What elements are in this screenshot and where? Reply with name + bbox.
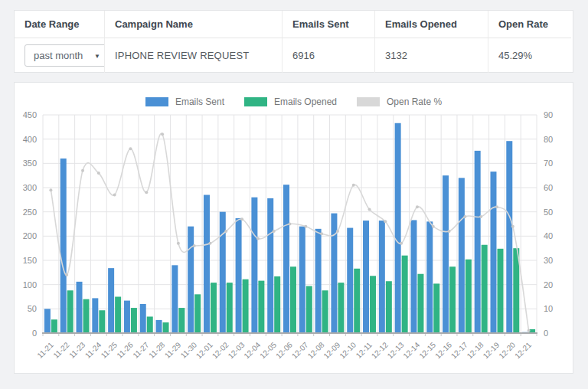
svg-text:12-09: 12-09 [322,340,341,360]
legend-label-emails-sent: Emails Sent [175,96,224,107]
svg-text:12-07: 12-07 [290,340,310,360]
emails-sent-value: 6916 [283,38,375,73]
svg-text:0: 0 [544,329,548,338]
svg-text:40: 40 [544,231,553,240]
svg-text:60: 60 [544,183,553,192]
svg-text:12-02: 12-02 [211,340,230,360]
legend-label-emails-opened: Emails Opened [274,96,337,107]
svg-text:12-13: 12-13 [386,340,406,360]
svg-text:200: 200 [23,231,37,240]
svg-text:12-01: 12-01 [194,340,214,360]
campaign-name-cell: IPHONE REVIEW REQUEST [105,38,283,73]
svg-text:11-21: 11-21 [35,340,55,360]
column-header-date-range: Date Range [15,11,105,38]
date-range-select[interactable]: past month [24,44,105,67]
legend-item-emails-sent[interactable]: Emails Sent [145,96,224,107]
svg-text:70: 70 [544,159,553,168]
svg-text:11-27: 11-27 [131,340,151,360]
svg-text:12-18: 12-18 [466,340,485,360]
column-header-emails-sent: Emails Sent [283,11,375,38]
svg-text:11-22: 11-22 [51,340,71,360]
svg-text:50: 50 [28,304,37,313]
emails-opened-swatch-icon [244,97,267,106]
svg-text:450: 450 [23,110,37,119]
column-header-open-rate: Open Rate [488,11,571,38]
svg-text:12-11: 12-11 [354,340,374,360]
svg-text:11-28: 11-28 [147,340,167,360]
legend-label-open-rate: Open Rate % [387,96,442,107]
date-range-cell: past month ▼ [15,38,105,73]
svg-text:11-24: 11-24 [83,340,103,360]
emails-opened-value: 3132 [375,38,488,73]
svg-text:12-05: 12-05 [258,340,278,360]
svg-text:11-26: 11-26 [116,340,136,360]
campaign-chart-card: Emails Sent Emails Opened Open Rate % 05… [14,82,573,374]
svg-text:10: 10 [544,304,553,313]
column-header-campaign-name: Campaign Name [105,11,283,38]
chart-legend: Emails Sent Emails Opened Open Rate % [15,83,573,107]
svg-text:12-04: 12-04 [242,340,262,360]
dashboard-page: { "table": { "columns": ["Date Range", "… [0,0,588,389]
campaign-summary-table: Date Range Campaign Name Emails Sent Ema… [15,11,573,72]
open-rate-swatch-icon [357,97,380,106]
svg-text:11-25: 11-25 [100,340,119,360]
emails-sent-swatch-icon [145,97,168,106]
x-axis-labels: 11-2111-2211-2311-2411-2511-2611-2711-28… [35,340,533,360]
svg-text:12-17: 12-17 [449,340,469,360]
svg-text:300: 300 [23,183,37,192]
svg-text:12-03: 12-03 [227,340,247,360]
svg-text:20: 20 [544,280,553,289]
campaign-summary-card: Date Range Campaign Name Emails Sent Ema… [14,10,573,73]
chart-area: 0501001502002503003504004500102030405060… [15,109,574,373]
svg-text:12-12: 12-12 [370,340,390,360]
svg-text:12-06: 12-06 [274,340,294,360]
date-range-select-wrap: past month ▼ [24,44,105,67]
svg-text:12-10: 12-10 [338,340,358,360]
svg-text:12-19: 12-19 [482,340,501,360]
svg-text:30: 30 [544,256,553,265]
svg-text:11-23: 11-23 [67,340,87,360]
legend-item-open-rate[interactable]: Open Rate % [357,96,442,107]
svg-text:12-14: 12-14 [402,340,422,360]
svg-text:12-15: 12-15 [417,340,437,360]
svg-text:400: 400 [23,135,37,144]
chart-svg: 0501001502002503003504004500102030405060… [15,109,574,373]
svg-text:11-29: 11-29 [163,340,183,360]
svg-text:12-20: 12-20 [497,340,517,360]
svg-text:0: 0 [32,329,37,338]
column-header-emails-opened: Emails Opened [375,11,488,38]
svg-text:90: 90 [544,110,553,119]
svg-text:100: 100 [23,280,37,289]
svg-text:12-21: 12-21 [513,340,533,360]
svg-text:12-08: 12-08 [306,340,326,360]
svg-text:150: 150 [23,256,37,265]
open-rate-value: 45.29% [488,38,571,73]
svg-text:250: 250 [23,208,37,217]
svg-text:80: 80 [544,135,553,144]
svg-text:350: 350 [23,159,37,168]
svg-text:12-16: 12-16 [433,340,453,360]
legend-item-emails-opened[interactable]: Emails Opened [244,96,337,107]
svg-text:11-30: 11-30 [179,340,199,360]
open-rate-points [49,132,530,332]
svg-text:50: 50 [544,208,553,217]
